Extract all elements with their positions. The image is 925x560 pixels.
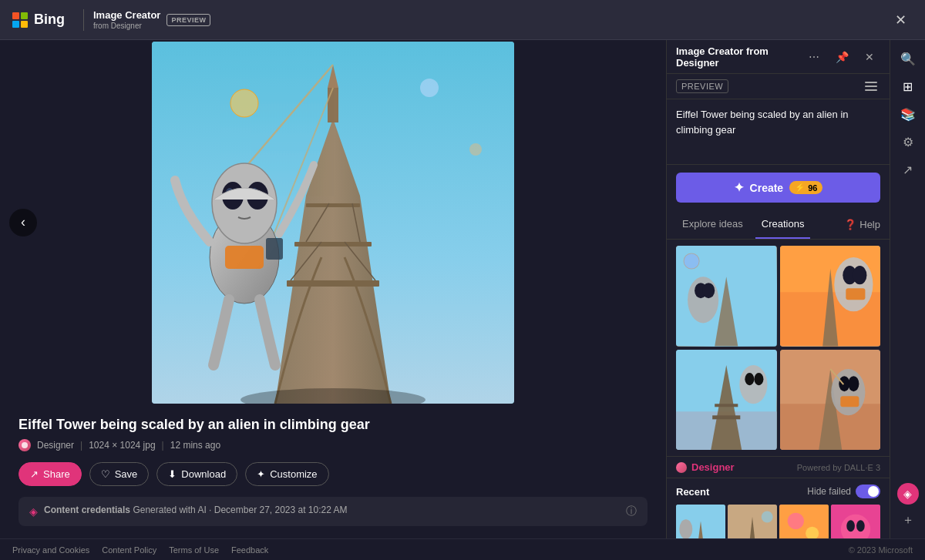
sidebar-header-icons: ⋯ 📌 ✕ — [803, 46, 880, 68]
svg-point-46 — [754, 373, 763, 385]
ms-square-green — [21, 12, 28, 19]
right-strip: 🔍 ⊞ 📚 ⚙ ↗ ◈ ＋ — [890, 40, 925, 538]
prev-image-button[interactable]: ‹ — [9, 209, 37, 236]
coins-badge: ⚡ 96 — [789, 181, 822, 194]
designer-meta-label: Designer — [37, 440, 74, 451]
image-dimensions: 1024 × 1024 jpg — [89, 440, 155, 451]
svg-point-62 — [788, 513, 804, 529]
tab-creations[interactable]: Creations — [755, 210, 811, 239]
grid-image-4[interactable] — [780, 350, 881, 451]
svg-point-25 — [22, 442, 28, 448]
terms-link[interactable]: Terms of Use — [169, 545, 219, 555]
svg-rect-12 — [328, 88, 338, 122]
svg-rect-23 — [266, 238, 283, 260]
svg-point-31 — [684, 253, 699, 269]
recent-item-4[interactable] — [831, 505, 880, 538]
more-options-button[interactable]: ⋯ — [803, 46, 825, 68]
svg-rect-43 — [715, 404, 738, 407]
feedback-link[interactable]: Feedback — [231, 545, 268, 555]
image-viewer: ‹ — [0, 40, 666, 404]
svg-rect-42 — [712, 415, 740, 419]
image-title: Eiffel Tower being scaled by an alien in… — [18, 417, 648, 433]
info-icon[interactable]: ⓘ — [626, 505, 637, 518]
recent-item-1[interactable] — [676, 505, 725, 538]
designer-brand-text: Designer — [691, 461, 735, 473]
recent-item-2[interactable] — [728, 505, 777, 538]
recent-header: Recent Hide failed — [676, 485, 880, 498]
collections-strip-button[interactable]: 📚 — [896, 102, 920, 126]
create-button-label: Create — [750, 182, 784, 194]
privacy-link[interactable]: Privacy and Cookies — [12, 545, 89, 555]
generation-date: December 27, 2023 at 10:22 AM — [214, 505, 348, 515]
hamburger-line-1 — [865, 82, 877, 83]
hide-failed-toggle[interactable] — [856, 485, 880, 498]
coin-icon: ⚡ — [795, 183, 806, 193]
sidebar-header: Image Creator from Designer ⋯ 📌 ✕ — [667, 40, 890, 74]
action-buttons: ↗ Share ♡ Save ⬇ Download ✦ Customize — [18, 462, 648, 486]
generated-images-grid — [667, 240, 890, 456]
svg-rect-5 — [287, 280, 379, 287]
prompt-area: Eiffel Tower being scaled by an alien in… — [667, 99, 890, 165]
hamburger-menu-button[interactable] — [862, 79, 880, 94]
grid-image-3[interactable] — [676, 350, 777, 451]
recent-section: Recent Hide failed — [667, 478, 890, 538]
sidebar-title: Image Creator from Designer — [676, 45, 803, 69]
designer-icon — [18, 439, 31, 451]
content-credentials-label: Content credentials — [44, 505, 130, 515]
close-button[interactable]: ✕ — [888, 8, 913, 32]
svg-point-66 — [846, 520, 855, 531]
meta-sep1: | — [80, 440, 82, 451]
apps-strip-button[interactable]: ⊞ — [896, 74, 920, 99]
svg-rect-38 — [846, 288, 865, 300]
recent-item-3[interactable] — [779, 505, 829, 538]
svg-point-60 — [762, 511, 773, 523]
footer: Privacy and Cookies Content Policy Terms… — [0, 538, 925, 560]
create-icon: ✦ — [734, 180, 744, 195]
meta-sep2: | — [162, 440, 164, 451]
grid-image-2[interactable] — [780, 246, 881, 347]
svg-point-18 — [212, 163, 277, 243]
pin-button[interactable]: 📌 — [831, 46, 853, 68]
tab-explore-ideas[interactable]: Explore ideas — [676, 210, 749, 239]
settings-strip-button[interactable]: ⚙ — [896, 129, 920, 154]
content-policy-link[interactable]: Content Policy — [102, 545, 156, 555]
copyright: © 2023 Microsoft — [849, 545, 913, 555]
customize-button[interactable]: ✦ Customize — [245, 462, 328, 486]
designer-brand: Designer — [676, 461, 735, 473]
help-label: Help — [859, 219, 880, 230]
help-button[interactable]: ❓ Help — [844, 219, 880, 230]
add-strip-button[interactable]: ＋ — [896, 508, 920, 532]
sidebar-close-button[interactable]: ✕ — [859, 46, 880, 68]
tabs-row: Explore ideas Creations ❓ Help — [667, 210, 890, 240]
create-button[interactable]: ✦ Create ⚡ 96 — [676, 173, 880, 203]
download-button[interactable]: ⬇ Download — [156, 462, 237, 486]
ms-logo: Bing — [12, 12, 65, 28]
coins-count: 96 — [808, 183, 817, 193]
main-image-svg — [152, 42, 514, 404]
svg-rect-17 — [225, 246, 264, 269]
image-panel: ‹ — [0, 40, 666, 538]
credentials-text-block: Content credentials Generated with AI · … — [44, 505, 348, 515]
save-label: Save — [115, 468, 138, 480]
image-time-ago: 12 mins ago — [170, 440, 220, 451]
customize-icon: ✦ — [257, 468, 265, 480]
share-button[interactable]: ↗ Share — [18, 462, 82, 486]
grid-image-1[interactable] — [676, 246, 777, 347]
designer-strip-icon[interactable]: ◈ — [897, 483, 919, 505]
save-button[interactable]: ♡ Save — [89, 462, 150, 486]
svg-point-45 — [745, 373, 754, 385]
main-image-display — [152, 42, 514, 404]
powered-by-text: Powered by DALL·E 3 — [797, 463, 880, 472]
preview-label: PREVIEW — [676, 79, 728, 93]
svg-point-30 — [702, 283, 715, 298]
share-label: Share — [43, 468, 70, 480]
image-creator-label: Image Creator from Designer — [93, 9, 160, 30]
svg-point-3 — [469, 143, 482, 156]
prompt-textarea[interactable]: Eiffel Tower being scaled by an alien in… — [676, 107, 880, 153]
share-strip-button[interactable]: ↗ — [896, 157, 920, 182]
search-strip-button[interactable]: 🔍 — [896, 46, 920, 71]
main-content: ‹ — [0, 40, 925, 538]
customize-label: Customize — [270, 468, 317, 480]
hamburger-line-3 — [865, 89, 877, 91]
image-creator-title: Image Creator — [93, 9, 160, 22]
